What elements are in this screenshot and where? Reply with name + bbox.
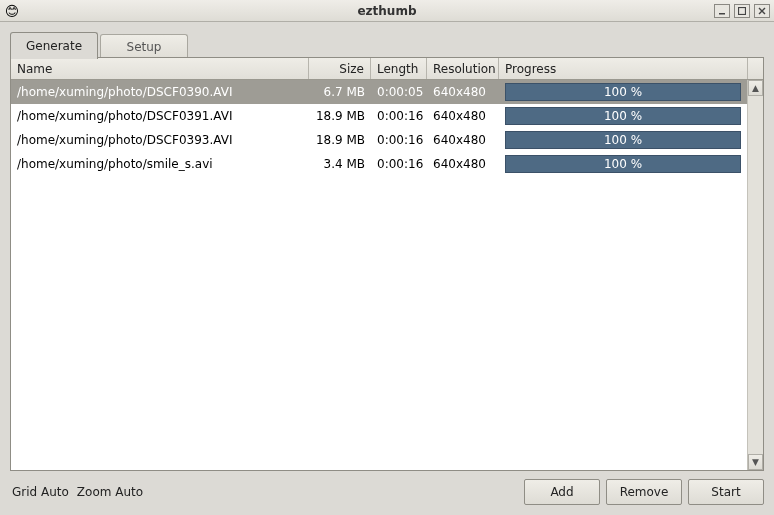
cell-progress: 100 % <box>499 155 747 173</box>
scroll-up-icon[interactable]: ▲ <box>748 80 763 96</box>
progress-bar: 100 % <box>505 155 741 173</box>
status-zoom: Zoom Auto <box>77 485 143 499</box>
table-row[interactable]: /home/xuming/photo/DSCF0391.AVI18.9 MB0:… <box>11 104 747 128</box>
table-body: /home/xuming/photo/DSCF0390.AVI6.7 MB0:0… <box>11 80 763 470</box>
file-table: Name Size Length Resolution Progress /ho… <box>10 57 764 471</box>
header-length[interactable]: Length <box>371 58 427 79</box>
app-icon: 😊 <box>4 3 20 19</box>
maximize-button[interactable] <box>734 4 750 18</box>
cell-progress: 100 % <box>499 107 747 125</box>
window-title: ezthumb <box>0 4 774 18</box>
close-button[interactable] <box>754 4 770 18</box>
cell-resolution: 640x480 <box>427 85 499 99</box>
progress-bar: 100 % <box>505 131 741 149</box>
cell-size: 3.4 MB <box>309 157 371 171</box>
window-titlebar: 😊 ezthumb <box>0 0 774 22</box>
cell-progress: 100 % <box>499 131 747 149</box>
svg-rect-1 <box>739 7 746 14</box>
header-scroll-spacer <box>747 58 763 79</box>
cell-name: /home/xuming/photo/DSCF0393.AVI <box>11 133 309 147</box>
svg-rect-0 <box>719 13 725 15</box>
scroll-down-icon[interactable]: ▼ <box>748 454 763 470</box>
cell-size: 18.9 MB <box>309 109 371 123</box>
vertical-scrollbar[interactable]: ▲ ▼ <box>747 80 763 470</box>
cell-name: /home/xuming/photo/DSCF0390.AVI <box>11 85 309 99</box>
add-button[interactable]: Add <box>524 479 600 505</box>
table-row[interactable]: /home/xuming/photo/smile_s.avi3.4 MB0:00… <box>11 152 747 176</box>
cell-progress: 100 % <box>499 83 747 101</box>
window-controls <box>714 4 770 18</box>
status-grid: Grid Auto <box>12 485 69 499</box>
table-row[interactable]: /home/xuming/photo/DSCF0390.AVI6.7 MB0:0… <box>11 80 747 104</box>
cell-resolution: 640x480 <box>427 157 499 171</box>
cell-length: 0:00:16 <box>371 133 427 147</box>
header-size[interactable]: Size <box>309 58 371 79</box>
progress-bar: 100 % <box>505 83 741 101</box>
status-text: Grid Auto Zoom Auto <box>10 485 518 499</box>
start-button[interactable]: Start <box>688 479 764 505</box>
client-area: Generate Setup Name Size Length Resoluti… <box>0 22 774 515</box>
cell-length: 0:00:16 <box>371 109 427 123</box>
scroll-track[interactable] <box>748 96 763 454</box>
cell-name: /home/xuming/photo/smile_s.avi <box>11 157 309 171</box>
cell-size: 18.9 MB <box>309 133 371 147</box>
header-resolution[interactable]: Resolution <box>427 58 499 79</box>
cell-size: 6.7 MB <box>309 85 371 99</box>
tab-setup[interactable]: Setup <box>100 34 188 58</box>
cell-name: /home/xuming/photo/DSCF0391.AVI <box>11 109 309 123</box>
tab-bar: Generate Setup <box>10 32 764 58</box>
progress-bar: 100 % <box>505 107 741 125</box>
header-progress[interactable]: Progress <box>499 58 747 79</box>
cell-length: 0:00:16 <box>371 157 427 171</box>
header-name[interactable]: Name <box>11 58 309 79</box>
minimize-button[interactable] <box>714 4 730 18</box>
bottom-bar: Grid Auto Zoom Auto Add Remove Start <box>10 477 764 507</box>
table-row[interactable]: /home/xuming/photo/DSCF0393.AVI18.9 MB0:… <box>11 128 747 152</box>
tab-generate[interactable]: Generate <box>10 32 98 59</box>
cell-resolution: 640x480 <box>427 133 499 147</box>
cell-length: 0:00:05 <box>371 85 427 99</box>
cell-resolution: 640x480 <box>427 109 499 123</box>
table-header: Name Size Length Resolution Progress <box>11 58 763 80</box>
remove-button[interactable]: Remove <box>606 479 682 505</box>
